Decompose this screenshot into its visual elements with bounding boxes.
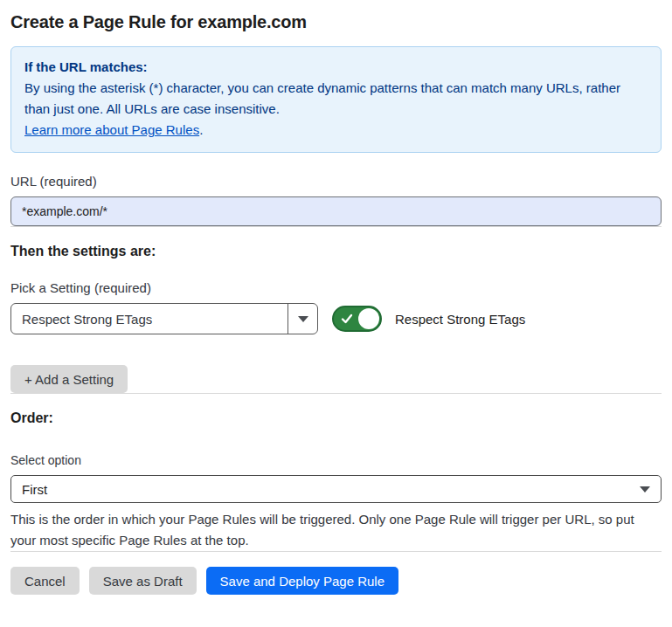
order-section-heading: Order: [10,410,662,426]
learn-more-link[interactable]: Learn more about Page Rules [24,122,199,137]
order-help-text: This is the order in which your Page Rul… [10,509,657,551]
toggle-label: Respect Strong ETags [395,312,525,327]
setting-select-arrow-button[interactable] [288,304,317,334]
section-divider [10,393,662,394]
setting-row: Respect Strong ETags Respect Strong ETag… [10,303,662,334]
section-divider [10,226,662,227]
setting-select[interactable]: Respect Strong ETags [10,303,318,334]
add-setting-button[interactable]: + Add a Setting [10,365,128,393]
save-deploy-button[interactable]: Save and Deploy Page Rule [206,567,398,595]
toggle-knob [358,308,379,329]
link-period: . [199,122,203,137]
url-input[interactable] [10,196,662,226]
save-draft-button[interactable]: Save as Draft [89,567,197,595]
order-select-value: First [22,482,640,497]
respect-strong-etags-toggle[interactable] [332,306,382,332]
footer-divider [10,551,662,552]
info-box-body: By using the asterisk (*) character, you… [24,78,648,120]
order-select[interactable]: First [10,475,662,503]
settings-section-heading: Then the settings are: [10,244,662,259]
pick-setting-label: Pick a Setting (required) [10,280,662,295]
url-field-label: URL (required) [10,174,662,189]
page-title: Create a Page Rule for example.com [10,12,662,32]
chevron-down-icon [640,486,650,493]
url-matches-info-box: If the URL matches: By using the asteris… [10,46,662,153]
info-box-heading: If the URL matches: [24,57,648,78]
setting-select-value: Respect Strong ETags [11,304,288,334]
order-select-label: Select option [10,453,662,467]
check-icon [341,313,353,325]
footer-actions: Cancel Save as Draft Save and Deploy Pag… [10,567,662,595]
cancel-button[interactable]: Cancel [10,567,80,595]
chevron-down-icon [298,316,308,322]
info-box-link-line: Learn more about Page Rules. [24,120,648,141]
